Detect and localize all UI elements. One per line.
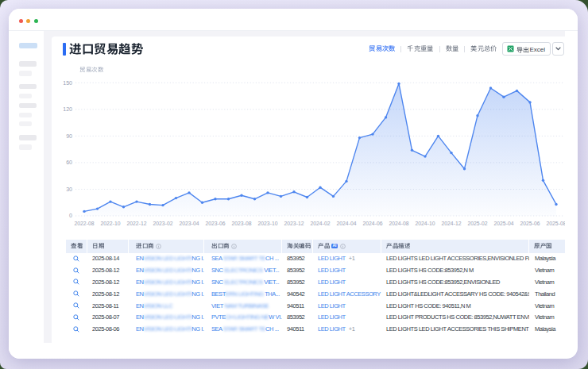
product-link[interactable]: LED LIGHT [318, 255, 346, 262]
chart-point [528, 101, 531, 103]
chart-point [411, 148, 413, 151]
sidebar-item-placeholder[interactable] [19, 144, 32, 150]
exporter-link[interactable]: BESTERN LIGHTING THA... [211, 290, 280, 298]
close-window-button[interactable] [19, 19, 23, 23]
y-axis-tick-label: 0 [69, 213, 72, 218]
exporter-cell[interactable]: VIET NAM TURBINASE [204, 300, 282, 312]
x-axis-tick-label: 2023-06 [206, 221, 226, 226]
column-header-4 [282, 240, 313, 253]
sidebar-item-placeholder[interactable] [19, 61, 37, 67]
product-link[interactable]: LED LIGHT [318, 279, 346, 286]
metric-tab-1[interactable] [407, 45, 433, 52]
chart-point [385, 116, 387, 118]
importer-cell[interactable]: ENVISION LED LIGHTING I... [129, 276, 204, 288]
x-axis-tick-label: 2024-10 [416, 221, 435, 226]
description-cell: LED LIGHT HS CODE: 940511,N M [381, 300, 529, 312]
sidebar-skeleton [9, 32, 44, 359]
sidebar-item-placeholder[interactable] [19, 135, 37, 140]
export-dropdown-button[interactable] [552, 42, 564, 56]
product-cell[interactable]: LED LIGHT [313, 311, 381, 323]
column-header-1 [87, 240, 129, 253]
product-cell[interactable]: LED LIGHT ACCESSORY [313, 288, 381, 300]
main-content: 03060901201502022-082022-102022-122023-0… [44, 31, 565, 343]
x-axis-tick-label: 2022-08 [75, 221, 95, 226]
y-axis-tick-label: 60 [66, 160, 72, 165]
product-cell[interactable]: LED LIGHT+1 [313, 323, 381, 335]
importer-link[interactable]: ENVISION LED LIGHTING I... [136, 325, 204, 332]
importer-cell[interactable]: ENVISION LED LIGHTING I... [129, 323, 204, 335]
importer-cell[interactable]: ENVISION LED LIGHTING I... [129, 311, 204, 323]
magnifier-icon[interactable] [73, 290, 79, 297]
importer-cell[interactable]: ENVISION LED LIGHTING I... [129, 253, 204, 265]
description-cell: LED LIGHTS LED LIGHT ACCESSORIES THIS SH… [381, 323, 529, 335]
importer-cell[interactable]: ENVISION LED LIGHTING I... [129, 264, 204, 276]
table-row: 2025-08-07ENVISION LED LIGHTING I...PVTE… [66, 311, 565, 323]
date-cell: 2025-08-14 [87, 253, 129, 265]
importer-link[interactable]: ENVISION LED LIGHTING I... [136, 279, 204, 286]
magnifier-icon[interactable] [73, 279, 79, 285]
magnifier-icon[interactable] [73, 267, 79, 274]
importer-link[interactable]: ENVISION LED LIGHTING I... [136, 290, 204, 298]
importer-cell[interactable]: ENVISION LED LIGHTING I... [129, 288, 204, 300]
info-icon[interactable] [156, 244, 161, 249]
exporter-link[interactable]: SEA STAR SMART TECH ... [211, 325, 279, 332]
ai-badge: AI [331, 244, 338, 249]
exporter-cell[interactable]: SEA STAR SMART TECH ... [204, 253, 282, 265]
x-axis-tick-label: 2025-04 [494, 221, 514, 226]
sidebar-item-placeholder[interactable] [19, 71, 32, 76]
magnifier-icon[interactable] [73, 256, 79, 262]
metric-tab-2[interactable] [446, 45, 459, 52]
zoom-window-button[interactable] [34, 19, 38, 23]
exporter-link[interactable]: VIET NAM TURBINASE [211, 302, 269, 309]
description-cell: LED LIGHT&LEDLIGHT ACCESSARY HS CODE: 94… [381, 288, 529, 300]
minimize-window-button[interactable] [26, 19, 30, 23]
exporter-link[interactable]: SNC ELECTRONICS VIET... [211, 267, 279, 274]
view-cell [66, 323, 87, 335]
column-header-6 [381, 240, 529, 253]
hs-code-cell: 853952 [282, 253, 313, 265]
sidebar-item-placeholder[interactable] [19, 103, 37, 109]
exporter-link[interactable]: PVTECH LIGHTING NEW VI... [211, 313, 282, 321]
importer-link[interactable]: ENVISION LED LIGHTING I... [136, 313, 204, 321]
exporter-link[interactable]: SEA STAR SMART TECH ... [211, 255, 279, 262]
metric-tab-0[interactable] [369, 45, 395, 52]
sidebar-item-placeholder[interactable] [19, 121, 32, 127]
exporter-cell[interactable]: SEA STAR SMART TECH ... [204, 323, 282, 335]
chart-point [161, 203, 164, 206]
product-cell[interactable]: LED LIGHT [313, 264, 381, 276]
product-link[interactable]: LED LIGHT [318, 325, 346, 332]
product-cell[interactable]: LED LIGHT+1 [313, 253, 381, 265]
importer-link[interactable]: ENVISION LED LIGHTING I... [136, 267, 204, 274]
metric-tab-3[interactable] [470, 45, 497, 52]
info-icon[interactable] [340, 244, 346, 249]
exporter-cell[interactable]: SNC ELECTRONICS VIET... [204, 276, 282, 288]
exporter-cell[interactable]: PVTECH LIGHTING NEW VI... [204, 311, 282, 323]
magnifier-icon[interactable] [73, 326, 79, 332]
tab-separator [464, 46, 465, 52]
magnifier-icon[interactable] [73, 314, 79, 321]
importer-cell[interactable]: ENVISION LLC [129, 300, 204, 312]
importer-link[interactable]: ENVISION LLC [136, 302, 172, 309]
exporter-cell[interactable]: SNC ELECTRONICS VIET... [204, 264, 282, 276]
sidebar-item-active[interactable] [19, 43, 37, 48]
sidebar-item-placeholder[interactable] [19, 113, 32, 118]
product-link[interactable]: LED LIGHT [318, 302, 346, 309]
product-link[interactable]: LED LIGHT [318, 267, 346, 274]
chart-point [188, 191, 190, 194]
product-cell[interactable]: LED LIGHT [313, 276, 381, 288]
product-cell[interactable]: LED LIGHT [313, 300, 381, 312]
chart-series-label [79, 67, 103, 73]
product-link[interactable]: LED LIGHT [318, 313, 346, 321]
chart-area-fill [84, 83, 556, 216]
magnifier-icon[interactable] [73, 302, 79, 309]
exporter-link[interactable]: SNC ELECTRONICS VIET... [211, 279, 279, 286]
sidebar-item-placeholder[interactable] [19, 94, 32, 99]
exporter-cell[interactable]: BESTERN LIGHTING THA... [204, 288, 282, 300]
info-icon[interactable] [231, 244, 237, 249]
importer-link[interactable]: ENVISION LED LIGHTING I... [136, 255, 204, 262]
sidebar-item-placeholder[interactable] [19, 84, 37, 90]
y-axis-tick-label: 90 [66, 133, 72, 138]
title-accent-bar [63, 43, 66, 56]
product-link[interactable]: LED LIGHT ACCESSORY [318, 290, 381, 298]
export-excel-button[interactable]: Excel [502, 42, 551, 56]
